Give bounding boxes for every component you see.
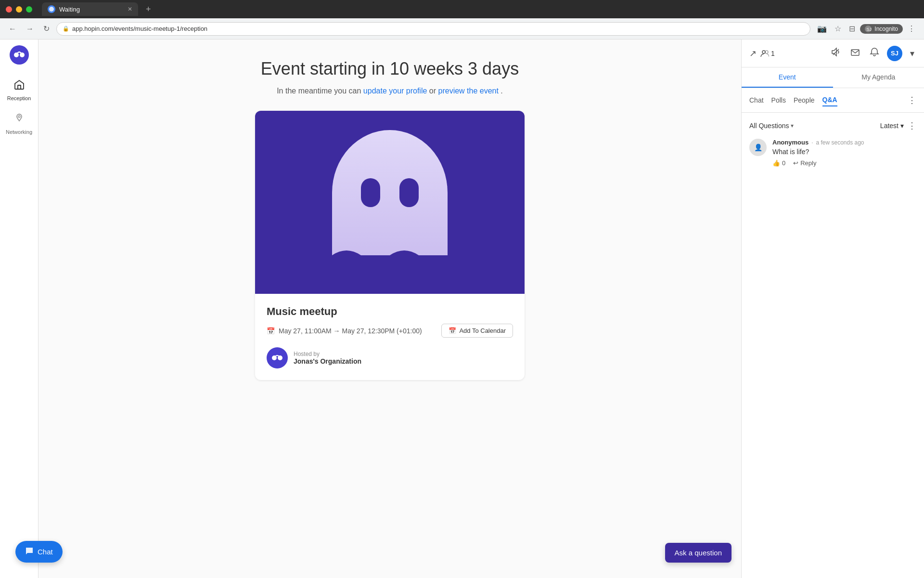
chat-fab-icon xyxy=(25,547,34,557)
qa-reply-button[interactable]: ↩ Reply xyxy=(793,159,816,167)
event-date: May 27, 11:00AM → May 27, 12:30PM (+01:0… xyxy=(279,327,422,335)
calendar-icon: 📅 xyxy=(267,327,275,335)
svg-text:SJ: SJ xyxy=(867,26,872,31)
host-name: Jonas's Organization xyxy=(294,357,361,365)
svg-point-7 xyxy=(18,116,20,118)
qa-more-button[interactable]: ⋮ xyxy=(908,120,916,131)
notification-bell-button[interactable] xyxy=(868,45,881,61)
tab-favicon xyxy=(48,5,55,13)
qa-question-avatar: 👤 xyxy=(749,139,767,156)
update-profile-link[interactable]: update your profile xyxy=(363,87,427,95)
tab-event[interactable]: Event xyxy=(742,67,833,88)
minimize-button[interactable] xyxy=(16,6,22,13)
subtab-qa[interactable]: Q&A xyxy=(822,94,837,106)
back-button[interactable]: ← xyxy=(6,23,19,35)
mute-button[interactable] xyxy=(829,45,843,61)
event-date-row: 📅 May 27, 11:00AM → May 27, 12:30PM (+01… xyxy=(267,324,513,338)
sidebar-networking-label: Networking xyxy=(6,129,32,135)
subtab-polls[interactable]: Polls xyxy=(771,94,786,106)
mail-button[interactable] xyxy=(848,45,862,61)
svg-rect-18 xyxy=(851,50,859,55)
svg-line-17 xyxy=(833,49,839,55)
svg-point-3 xyxy=(10,45,29,65)
qa-question-meta: Anonymous · a few seconds ago xyxy=(772,139,916,146)
qa-sort-chevron-icon: ▾ xyxy=(900,122,904,130)
subtitle-text: In the meantime you can xyxy=(277,87,361,95)
browser-titlebar: Waiting ✕ + xyxy=(0,0,924,18)
add-calendar-label: Add To Calendar xyxy=(459,327,506,334)
event-logo-image xyxy=(318,125,462,279)
incognito-label: Incognito xyxy=(874,26,898,32)
bookmark-icon[interactable]: ☆ xyxy=(832,22,844,35)
add-to-calendar-button[interactable]: 📅 Add To Calendar xyxy=(441,324,513,338)
new-tab-button[interactable]: + xyxy=(146,4,151,14)
preview-event-link[interactable]: preview the event xyxy=(438,87,499,95)
close-button[interactable] xyxy=(6,6,12,13)
reload-button[interactable]: ↻ xyxy=(40,22,52,35)
qa-filter-button[interactable]: All Questions ▾ xyxy=(749,122,794,130)
host-logo xyxy=(267,347,288,368)
qa-question-item: 👤 Anonymous · a few seconds ago What is … xyxy=(749,139,916,167)
event-banner xyxy=(255,111,525,294)
attendee-count-icon xyxy=(760,49,769,58)
browser-frame: Waiting ✕ + ← → ↻ 🔒 app.hopin.com/events… xyxy=(0,0,924,578)
qa-question-content: Anonymous · a few seconds ago What is li… xyxy=(772,139,916,167)
sidebar-item-networking[interactable]: Networking xyxy=(2,108,36,140)
svg-point-16 xyxy=(765,51,768,53)
qa-question-actions: 👍 0 ↩ Reply xyxy=(772,159,916,167)
app-layout: Reception Networking Event starting in 1… xyxy=(0,39,924,578)
qa-sort-button[interactable]: Latest ▾ xyxy=(880,122,904,130)
svg-rect-10 xyxy=(361,178,380,207)
split-view-icon[interactable]: ⊟ xyxy=(846,22,858,35)
expand-button[interactable]: ↗ xyxy=(749,48,757,59)
panel-body: All Questions ▾ Latest ▾ ⋮ 👤 xyxy=(742,113,924,578)
subtabs-more-button[interactable]: ⋮ xyxy=(908,95,916,105)
sidebar-reception-label: Reception xyxy=(7,95,31,101)
qa-question-time: · xyxy=(811,139,813,146)
qa-filter-right: Latest ▾ ⋮ xyxy=(880,120,916,131)
address-bar[interactable]: 🔒 app.hopin.com/events/music-meetup-1/re… xyxy=(56,22,810,36)
sidebar-item-reception[interactable]: Reception xyxy=(2,74,36,106)
chat-fab-button[interactable]: Chat xyxy=(15,541,63,563)
panel-header-icons: SJ ▾ xyxy=(829,45,916,61)
home-icon xyxy=(13,79,25,93)
hopin-logo[interactable] xyxy=(10,45,29,65)
chat-fab-label: Chat xyxy=(38,548,53,556)
qa-like-button[interactable]: 👍 0 xyxy=(772,159,785,167)
attendee-count-number: 1 xyxy=(771,50,775,57)
host-details: Hosted by Jonas's Organization xyxy=(294,351,361,365)
svg-rect-6 xyxy=(18,85,21,89)
avatar-chevron-button[interactable]: ▾ xyxy=(908,46,916,61)
forward-button[interactable]: → xyxy=(23,23,37,35)
user-avatar-button[interactable]: SJ xyxy=(887,46,902,61)
subtabs: Chat Polls People Q&A ⋮ xyxy=(742,88,924,113)
ask-question-button[interactable]: Ask a question xyxy=(665,543,732,563)
qa-question-author: Anonymous xyxy=(772,139,808,146)
thumbs-up-icon: 👍 xyxy=(772,159,780,167)
incognito-badge: SJ Incognito xyxy=(860,24,903,34)
subtab-people[interactable]: People xyxy=(794,94,815,106)
panel-header: ↗ 1 xyxy=(742,39,924,67)
subtitle-period: . xyxy=(500,87,502,95)
event-name: Music meetup xyxy=(267,305,513,318)
qa-question-text: What is life? xyxy=(772,148,916,156)
tab-my-agenda[interactable]: My Agenda xyxy=(833,67,924,88)
url-display: app.hopin.com/events/music-meetup-1/rece… xyxy=(72,25,207,32)
maximize-button[interactable] xyxy=(26,6,32,13)
svg-point-15 xyxy=(762,51,765,53)
camera-blocked-icon[interactable]: 📷 xyxy=(814,22,830,35)
panel-tabs: Event My Agenda xyxy=(742,67,924,88)
add-calendar-icon: 📅 xyxy=(449,327,456,334)
browser-tab[interactable]: Waiting ✕ xyxy=(42,2,138,16)
toolbar-actions: 📷 ☆ ⊟ SJ Incognito ⋮ xyxy=(814,22,918,35)
event-card: Music meetup 📅 May 27, 11:00AM → May 27,… xyxy=(255,111,525,380)
svg-point-0 xyxy=(49,7,54,12)
subtitle-or: or xyxy=(429,87,438,95)
menu-button[interactable]: ⋮ xyxy=(905,22,918,35)
tab-close-button[interactable]: ✕ xyxy=(128,6,132,13)
left-sidebar: Reception Networking xyxy=(0,39,38,578)
browser-toolbar: ← → ↻ 🔒 app.hopin.com/events/music-meetu… xyxy=(0,18,924,39)
svg-point-12 xyxy=(267,347,288,368)
event-subtitle: In the meantime you can update your prof… xyxy=(277,87,503,95)
subtab-chat[interactable]: Chat xyxy=(749,94,764,106)
